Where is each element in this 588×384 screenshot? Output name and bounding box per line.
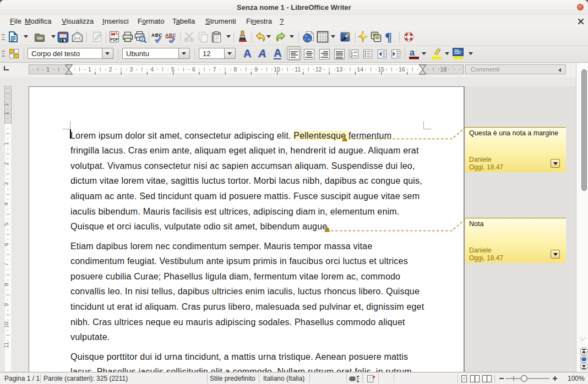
svg-text:12: 12 bbox=[315, 66, 322, 73]
svg-text:5: 5 bbox=[171, 66, 175, 73]
svg-text:2: 2 bbox=[351, 54, 353, 58]
svg-text:a: a bbox=[410, 48, 415, 57]
svg-text:14: 14 bbox=[357, 66, 363, 73]
svg-text:4: 4 bbox=[150, 66, 154, 73]
svg-text:8: 8 bbox=[233, 66, 237, 73]
svg-text:13: 13 bbox=[336, 66, 343, 73]
svg-text:16: 16 bbox=[399, 66, 405, 73]
svg-text:10: 10 bbox=[274, 66, 280, 73]
svg-text:11: 11 bbox=[295, 66, 301, 73]
svg-text:18: 18 bbox=[440, 66, 447, 73]
svg-text:¶: ¶ bbox=[385, 30, 392, 43]
svg-text:ABC: ABC bbox=[151, 32, 162, 38]
svg-text:2: 2 bbox=[109, 66, 112, 73]
svg-text:1: 1 bbox=[88, 66, 91, 73]
svg-text:3: 3 bbox=[129, 66, 133, 73]
svg-text:1: 1 bbox=[46, 66, 50, 73]
svg-text:6: 6 bbox=[192, 66, 195, 73]
svg-text:7: 7 bbox=[213, 66, 216, 73]
svg-text:9: 9 bbox=[254, 66, 258, 73]
svg-text:PDF: PDF bbox=[110, 37, 118, 42]
svg-text:15: 15 bbox=[378, 66, 384, 73]
svg-text:*: * bbox=[373, 375, 375, 381]
